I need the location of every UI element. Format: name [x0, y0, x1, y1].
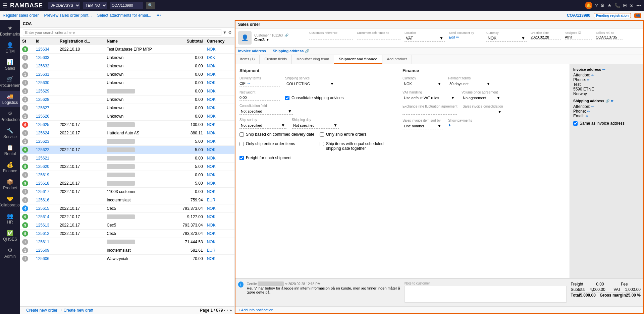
more-actions-link[interactable]: •••: [157, 13, 161, 18]
star-icon[interactable]: ★: [607, 3, 612, 8]
sidebar-item-production[interactable]: ⚙ Production: [0, 108, 20, 124]
freight-each-checkbox[interactable]: [239, 156, 244, 160]
shipping-attention-edit[interactable]: ✏: [591, 105, 594, 109]
payment-terms-value[interactable]: 30 days net ▼: [448, 81, 492, 87]
tab-manufacturing-team[interactable]: Manufacturing team: [292, 55, 334, 64]
sidebar-item-procurement[interactable]: 🛒 Procurement: [0, 74, 20, 90]
shipping-address-link[interactable]: Shipping address 🔗: [273, 49, 309, 53]
consolidate-checkbox[interactable]: [285, 96, 289, 100]
table-row[interactable]: 9 125612 2022.10.17 Cec5 793,373.04 NOK: [20, 230, 234, 238]
table-row[interactable]: 1 125606 Wawrzyniak 70.00 NOK: [20, 255, 234, 263]
vat-handling-value[interactable]: Use default VAT rules ▼: [402, 95, 456, 101]
ship-based-checkbox[interactable]: [239, 132, 244, 137]
more-icon[interactable]: •••: [636, 3, 641, 8]
table-row[interactable]: 1 125629 0.00 NOK: [20, 87, 234, 96]
register-sales-order-link[interactable]: Register sales order: [3, 13, 39, 18]
net-weight-value[interactable]: 0.00: [239, 95, 280, 101]
table-row[interactable]: 9 125613 2022.10.17 Cec5 793,373.04 NOK: [20, 221, 234, 230]
delivery-terms-edit[interactable]: ✏: [248, 82, 250, 85]
pagination-prev[interactable]: ‹: [224, 308, 225, 313]
table-row[interactable]: 1 125617 2022.10.17 11003 customer 0.00 …: [20, 188, 234, 196]
delivery-terms-value[interactable]: CIF ✏: [239, 81, 280, 86]
table-row[interactable]: 1 125627 Unknown 0.00 NOK: [20, 104, 234, 112]
shipping-address-edit[interactable]: ✏: [611, 99, 613, 103]
table-row[interactable]: 1 125626 Unknown 0.00 NOK: [20, 112, 234, 121]
table-row[interactable]: 9 125634 2022.10.18 Test Database ERP MR…: [20, 45, 234, 54]
tab-add-product[interactable]: Add product: [382, 55, 412, 64]
pagination-last[interactable]: »: [229, 308, 232, 313]
pending-status-badge[interactable]: Pending registration: [594, 13, 631, 18]
sales-invoice-sort-value[interactable]: Line number ▼: [402, 123, 443, 129]
assignee-value[interactable]: Athif: [565, 35, 592, 40]
table-row[interactable]: 1 125611 71,444.53 NOK: [20, 238, 234, 246]
table-row[interactable]: 1 125631 Unknown 0.00 NOK: [20, 70, 234, 79]
preview-sales-order-link[interactable]: Preview sales order print...: [44, 13, 92, 18]
sidebar-item-hr[interactable]: 👥 HR: [0, 211, 20, 227]
table-row[interactable]: 1 125624 2022.10.17 Hatteland Auto AS 88…: [20, 129, 234, 137]
shipping-service-value[interactable]: COLLECTING ▼: [285, 81, 335, 87]
customer-dropdown-arrow[interactable]: ▼: [266, 38, 269, 42]
customers-ref-value[interactable]: [309, 35, 353, 40]
tab-items[interactable]: Items (1): [235, 55, 260, 64]
add-notification-button[interactable]: + Add info notification: [235, 306, 643, 313]
volume-price-value[interactable]: No agreement ▼: [462, 95, 502, 101]
create-new-order-link[interactable]: + Create new order: [23, 308, 57, 313]
table-row[interactable]: 4 125615 2022.10.17 Cec5 793,373.04 NOK: [20, 204, 234, 213]
ship-sort-by-value[interactable]: Not specified ▼: [239, 122, 286, 129]
table-row[interactable]: 1 125609 Incotermslast 581.61 EUR: [20, 246, 234, 255]
sidebar-item-product[interactable]: 📦 Product: [0, 177, 20, 192]
table-row[interactable]: 9 125618 2022.10.17 5.00 NOK: [20, 179, 234, 188]
table-row[interactable]: 9 125614 2022.10.17 9,127.00 NOK: [20, 213, 234, 221]
attention-edit[interactable]: ✏: [591, 73, 594, 77]
table-row[interactable]: 1 125621 0.00 NOK: [20, 154, 234, 163]
notification-bell[interactable]: 🔔: [585, 2, 592, 9]
customers-ref-no-value[interactable]: [357, 35, 400, 40]
currency-value[interactable]: NOK ▼: [486, 35, 527, 42]
customer-link-icon[interactable]: 🔗: [284, 34, 288, 37]
consolidation-value[interactable]: Not specified ▼: [239, 108, 293, 115]
table-row[interactable]: 1 125616 Incotermslast 759.94 EUR: [20, 196, 234, 204]
finance-currency-value[interactable]: NOK ▼: [402, 81, 443, 87]
sidebar-item-sales[interactable]: 📊 Sales: [0, 57, 20, 73]
table-row[interactable]: 1 125633 Unknown 0.00 DKK: [20, 54, 234, 62]
menu-icon[interactable]: ☰: [3, 2, 7, 9]
table-row[interactable]: 9 125620 2022.10.17 5.00 NOK: [20, 163, 234, 171]
search-input[interactable]: [23, 29, 221, 36]
shipping-day-value[interactable]: Not specified ▼: [292, 122, 339, 129]
invoice-address-edit[interactable]: ✏: [602, 68, 605, 71]
help-icon[interactable]: ?: [595, 3, 598, 8]
record-id-input[interactable]: [110, 2, 143, 9]
location-value[interactable]: VAT ▼: [405, 35, 445, 42]
create-new-draft-link[interactable]: + Create new draft: [60, 308, 93, 313]
table-row[interactable]: 1 125632 Unknown 0.00 NOK: [20, 62, 234, 70]
sidebar-item-bookmarks[interactable]: ★ Bookmarks: [0, 23, 20, 39]
sidebar-item-service[interactable]: 🔧 Service: [0, 125, 20, 141]
sidebar-item-collaboration[interactable]: 🤝 Collaboration: [0, 194, 20, 209]
shipping-address-link-icon[interactable]: 🔗: [605, 99, 609, 103]
mail-icon[interactable]: ✉: [630, 3, 634, 8]
table-row[interactable]: 6 125625 2022.10.17 100.00 NOK: [20, 121, 234, 129]
grid-icon[interactable]: ⊞: [623, 3, 627, 8]
sidebar-item-finance[interactable]: 💰 Finance: [0, 160, 20, 175]
table-row[interactable]: 9 125622 2022.10.17 5.00 NOK: [20, 146, 234, 154]
note-to-customer-input[interactable]: [405, 286, 567, 303]
table-row[interactable]: 1 125630 Unknown 0.00 NOK: [20, 79, 234, 87]
search-button[interactable]: 🔍: [146, 2, 155, 9]
same-as-invoice-checkbox[interactable]: [573, 121, 578, 126]
ship-equal-scheduled-checkbox[interactable]: [320, 142, 324, 146]
sidebar-item-qhses[interactable]: ✅ QHSES: [0, 228, 20, 244]
only-ship-entire-items-checkbox[interactable]: [239, 142, 244, 146]
phone-edit[interactable]: ✏: [587, 78, 590, 82]
settings-filter-icon[interactable]: ⚙: [228, 30, 232, 35]
exchange-rate-value[interactable]: [402, 109, 457, 115]
invoice-address-link[interactable]: Invoice address: [238, 49, 266, 53]
show-payments-link[interactable]: ⬇: [448, 123, 488, 127]
select-attachments-link[interactable]: Select attachments for email...: [97, 13, 151, 18]
sidebar-item-rental[interactable]: 📋 Rental: [0, 142, 20, 158]
only-ship-entire-orders-checkbox[interactable]: [320, 132, 324, 137]
shipping-email-edit[interactable]: ✏: [586, 114, 588, 118]
send-doc-edit[interactable]: Edit ✏: [449, 35, 482, 40]
table-row[interactable]: 1 125623 5.00 NOK: [20, 137, 234, 146]
phone-icon[interactable]: 📞: [614, 3, 620, 8]
tab-custom-fields[interactable]: Custom fields: [260, 55, 292, 64]
